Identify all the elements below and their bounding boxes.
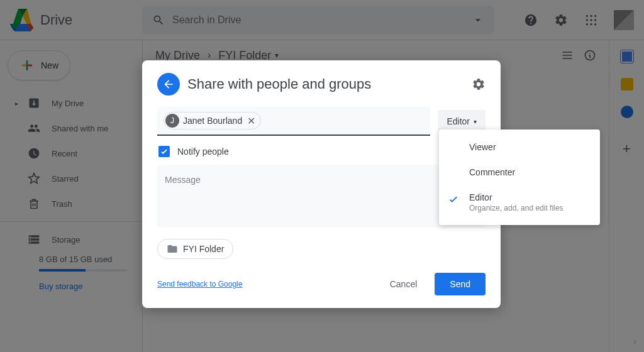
side-panel-toggle[interactable]: › <box>633 336 636 347</box>
people-input[interactable]: J Janet Bourland ✕ <box>157 107 430 136</box>
check-icon <box>160 147 169 156</box>
role-option-label: Editor <box>469 192 492 202</box>
notify-checkbox[interactable] <box>158 146 170 157</box>
dialog-title: Share with people and groups <box>187 76 472 92</box>
person-chip-label: Janet Bourland <box>183 116 242 126</box>
role-option-commenter[interactable]: Commenter <box>439 160 600 185</box>
remove-chip-icon[interactable]: ✕ <box>247 115 255 127</box>
folder-icon <box>167 243 178 255</box>
person-avatar-icon: J <box>165 114 179 128</box>
chevron-down-icon: ▾ <box>474 118 477 125</box>
check-icon <box>448 194 459 205</box>
role-option-label: Viewer <box>469 142 496 152</box>
role-label: Editor <box>447 116 470 126</box>
message-input[interactable]: Message <box>157 165 486 228</box>
back-button[interactable] <box>157 73 180 96</box>
message-placeholder: Message <box>165 175 201 185</box>
person-chip[interactable]: J Janet Bourland ✕ <box>164 112 261 129</box>
cancel-button[interactable]: Cancel <box>382 274 425 294</box>
role-option-label: Commenter <box>469 167 515 177</box>
arrow-left-icon <box>162 78 175 91</box>
share-settings-button[interactable] <box>472 77 486 91</box>
notify-label: Notify people <box>177 146 229 157</box>
role-option-viewer[interactable]: Viewer <box>439 135 600 160</box>
role-option-editor[interactable]: Editor Organize, add, and edit files <box>439 185 600 220</box>
role-option-description: Organize, add, and edit files <box>469 204 590 212</box>
send-button[interactable]: Send <box>435 273 486 295</box>
sharing-item-chip: FYI Folder <box>157 239 233 259</box>
role-dropdown-menu: Viewer Commenter Editor Organize, add, a… <box>439 129 600 225</box>
folder-chip-label: FYI Folder <box>183 244 224 254</box>
feedback-link[interactable]: Send feedback to Google <box>157 280 242 289</box>
